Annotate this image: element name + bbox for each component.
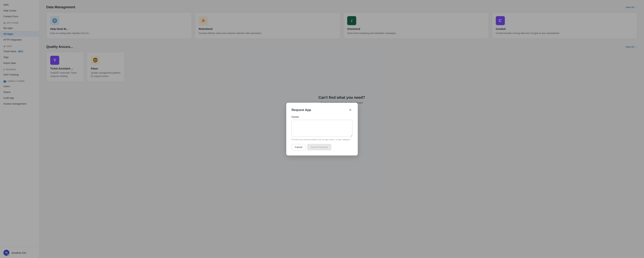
modal-overlay[interactable]: Request App ✕ Details Provide any releva… <box>0 0 644 258</box>
modal-header: Request App ✕ <box>292 108 352 112</box>
modal-details-label: Details <box>292 116 352 118</box>
modal-actions: Cancel Submit Request <box>292 144 352 150</box>
modal-close-button[interactable]: ✕ <box>348 108 352 112</box>
request-app-modal: Request App ✕ Details Provide any releva… <box>286 103 358 155</box>
modal-submit-button[interactable]: Submit Request <box>307 144 331 150</box>
modal-hint: Provide any relevant details such as app… <box>292 138 352 141</box>
modal-title: Request App <box>292 108 311 112</box>
modal-cancel-button[interactable]: Cancel <box>292 144 306 150</box>
modal-details-textarea[interactable] <box>292 120 352 137</box>
